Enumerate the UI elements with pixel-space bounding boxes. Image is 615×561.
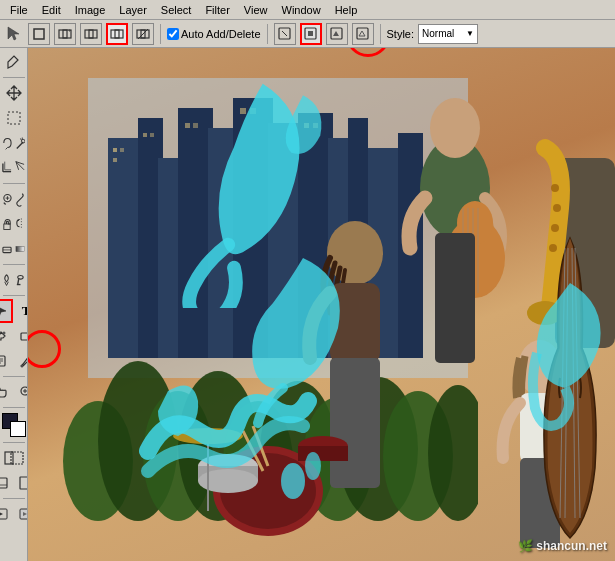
auto-add-delete-checkbox[interactable] bbox=[167, 28, 179, 40]
svg-line-22 bbox=[6, 148, 8, 150]
tool-eyedropper[interactable] bbox=[14, 349, 28, 373]
svg-rect-79 bbox=[113, 158, 117, 162]
svg-rect-78 bbox=[120, 148, 124, 152]
svg-rect-81 bbox=[150, 133, 154, 137]
tool-row-heal bbox=[1, 187, 26, 211]
watermark: 🌿 shancun.net bbox=[518, 539, 607, 553]
svg-rect-1 bbox=[34, 29, 44, 39]
svg-rect-65 bbox=[108, 138, 138, 358]
tool-screen-mode[interactable] bbox=[0, 471, 13, 495]
tool-quick-mask[interactable] bbox=[2, 446, 26, 470]
tool-move[interactable] bbox=[2, 81, 26, 105]
menubar: File Edit Image Layer Select Filter View… bbox=[0, 0, 615, 20]
tool-row-notes bbox=[0, 349, 28, 373]
menu-view[interactable]: View bbox=[238, 2, 274, 18]
current-tool-icon bbox=[4, 24, 24, 44]
tool-zoom[interactable] bbox=[14, 380, 28, 404]
tool-row-pen2 bbox=[0, 324, 28, 348]
subtract-path-btn[interactable]: - bbox=[80, 23, 102, 45]
tool-gradient[interactable] bbox=[14, 237, 26, 261]
svg-point-43 bbox=[3, 332, 6, 335]
canvas-area[interactable]: 🌿 shancun.net bbox=[28, 48, 615, 561]
menu-file[interactable]: File bbox=[4, 2, 34, 18]
style-value: Normal bbox=[422, 28, 466, 39]
svg-marker-0 bbox=[8, 27, 19, 40]
svg-rect-82 bbox=[185, 123, 190, 128]
style-dropdown[interactable]: Normal ▼ bbox=[418, 24, 478, 44]
watermark-leaf-icon: 🌿 bbox=[518, 539, 533, 553]
menu-help[interactable]: Help bbox=[329, 2, 364, 18]
tool-type[interactable]: T bbox=[14, 299, 28, 323]
exclude-path-btn[interactable] bbox=[132, 23, 154, 45]
svg-rect-39 bbox=[16, 246, 24, 251]
tool-row-eraser bbox=[1, 237, 26, 261]
svg-rect-67 bbox=[158, 158, 178, 358]
background-color[interactable] bbox=[10, 421, 26, 437]
tool-crop[interactable] bbox=[1, 156, 13, 180]
tool-slice[interactable] bbox=[14, 156, 26, 180]
main-layout: T bbox=[0, 48, 615, 561]
path-btn-a[interactable] bbox=[274, 23, 296, 45]
svg-rect-86 bbox=[304, 123, 309, 128]
tool-row-mode bbox=[2, 446, 26, 470]
tool-marquee[interactable] bbox=[2, 106, 26, 130]
tool-blur[interactable] bbox=[1, 268, 13, 292]
tool-healing[interactable] bbox=[1, 187, 13, 211]
tool-row-path: T bbox=[0, 299, 28, 323]
path-btn-c[interactable] bbox=[326, 23, 348, 45]
tool-history[interactable] bbox=[14, 212, 26, 236]
tool-pen2[interactable] bbox=[0, 324, 13, 348]
tool-row-select bbox=[1, 131, 26, 155]
tool-lasso[interactable] bbox=[1, 131, 13, 155]
tool-pen[interactable] bbox=[2, 50, 26, 74]
style-label: Style: bbox=[387, 28, 415, 40]
svg-marker-60 bbox=[0, 512, 3, 516]
svg-rect-84 bbox=[240, 108, 246, 114]
tool-notes[interactable] bbox=[0, 349, 13, 373]
tool-brush[interactable] bbox=[14, 187, 26, 211]
path-btn-b[interactable] bbox=[300, 23, 322, 45]
tool-path-select[interactable] bbox=[0, 299, 13, 323]
tool-jump[interactable] bbox=[0, 502, 13, 526]
tool-magic-wand[interactable] bbox=[14, 131, 26, 155]
separator2 bbox=[267, 24, 268, 44]
tool-jump2[interactable] bbox=[14, 502, 28, 526]
menu-image[interactable]: Image bbox=[69, 2, 112, 18]
menu-select[interactable]: Select bbox=[155, 2, 198, 18]
tool-hand[interactable] bbox=[0, 380, 13, 404]
tool-row-screen bbox=[0, 471, 28, 495]
svg-rect-35 bbox=[4, 224, 10, 229]
add-to-path-btn[interactable]: + bbox=[54, 23, 76, 45]
watermark-text: shancun.net bbox=[536, 539, 607, 553]
menu-filter[interactable]: Filter bbox=[199, 2, 235, 18]
menu-window[interactable]: Window bbox=[276, 2, 327, 18]
menu-edit[interactable]: Edit bbox=[36, 2, 67, 18]
separator3 bbox=[380, 24, 381, 44]
menu-layer[interactable]: Layer bbox=[113, 2, 153, 18]
path-btn-d[interactable] bbox=[352, 23, 374, 45]
color-swatches[interactable] bbox=[2, 413, 26, 437]
svg-line-34 bbox=[4, 203, 6, 205]
svg-point-40 bbox=[18, 275, 23, 279]
tool-row-stamp bbox=[1, 212, 26, 236]
tool-dodge[interactable] bbox=[14, 268, 26, 292]
tool-row-crop bbox=[1, 156, 26, 180]
toolbar-divider-5 bbox=[3, 376, 25, 377]
svg-point-49 bbox=[21, 365, 23, 367]
shape-layer-btn[interactable] bbox=[28, 23, 50, 45]
tool-fullscreen[interactable] bbox=[14, 471, 28, 495]
svg-rect-44 bbox=[21, 333, 28, 340]
auto-add-delete-group: Auto Add/Delete bbox=[167, 28, 261, 40]
svg-rect-21 bbox=[8, 112, 20, 124]
tool-eraser[interactable] bbox=[1, 237, 13, 261]
tool-row-hand bbox=[0, 380, 28, 404]
svg-rect-56 bbox=[0, 478, 7, 488]
svg-rect-68 bbox=[178, 108, 213, 358]
svg-rect-18 bbox=[357, 28, 368, 39]
tool-shape[interactable] bbox=[14, 324, 28, 348]
style-chevron: ▼ bbox=[466, 29, 474, 38]
tool-stamp[interactable] bbox=[1, 212, 13, 236]
svg-rect-16 bbox=[308, 31, 313, 36]
svg-rect-54 bbox=[5, 452, 13, 464]
intersect-path-btn[interactable] bbox=[106, 23, 128, 45]
